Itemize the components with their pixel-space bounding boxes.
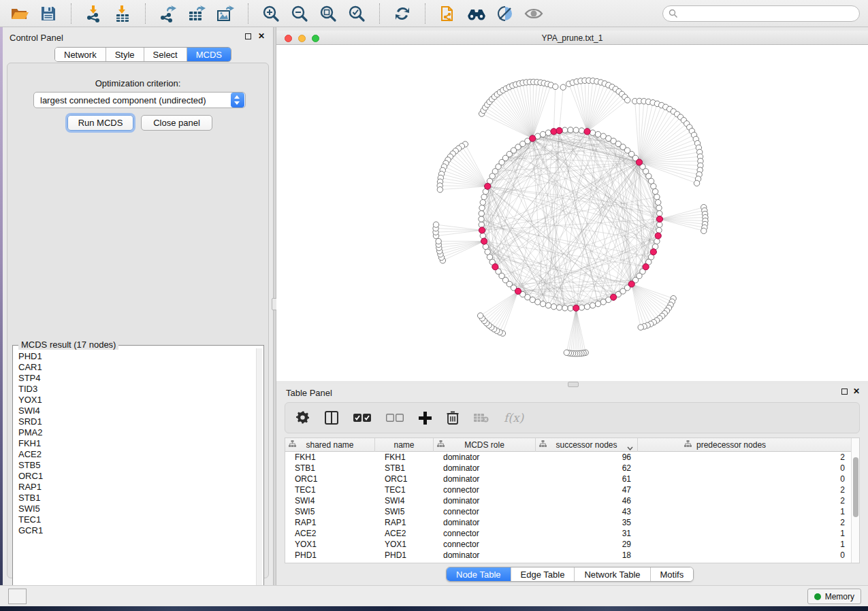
- table-scrollbar[interactable]: [851, 438, 859, 563]
- table-cell[interactable]: STB1: [375, 463, 434, 474]
- table-cell[interactable]: SWI4: [375, 495, 434, 506]
- close-table-panel-icon[interactable]: ✕: [853, 387, 860, 395]
- table-cell[interactable]: TEC1: [375, 484, 434, 495]
- table-cell[interactable]: SWI5: [375, 506, 434, 517]
- delete-column-trash-icon[interactable]: [447, 411, 459, 425]
- run-mcds-button[interactable]: Run MCDS: [67, 115, 133, 131]
- table-cell[interactable]: dominator: [434, 495, 536, 506]
- mcds-result-list[interactable]: PHD1CAR1STP4TID3YOX1SWI4SRD1PMA2FKH1ACE2…: [14, 351, 256, 593]
- table-row[interactable]: SWI5SWI5connector431: [285, 506, 852, 517]
- table-row[interactable]: YOX1YOX1connector291: [285, 539, 852, 550]
- mcds-result-item[interactable]: ACE2: [14, 449, 256, 460]
- export-image-button[interactable]: [211, 2, 240, 25]
- table-cell[interactable]: 2: [638, 452, 852, 463]
- column-header-predecessor-nodes[interactable]: predecessor nodes: [638, 438, 852, 452]
- table-cell[interactable]: dominator: [434, 474, 536, 484]
- table-cell[interactable]: 47: [536, 484, 638, 495]
- table-row[interactable]: TEC1TEC1connector472: [285, 484, 852, 495]
- column-header-mcds-role[interactable]: MCDS role: [434, 438, 536, 452]
- table-cell[interactable]: YOX1: [375, 539, 434, 550]
- table-row[interactable]: FKH1FKH1dominator962: [285, 452, 852, 463]
- table-cell[interactable]: 2: [638, 495, 852, 506]
- tab-motifs[interactable]: Motifs: [651, 567, 694, 581]
- tab-node-table[interactable]: Node Table: [447, 567, 511, 581]
- mcds-result-item[interactable]: FKH1: [14, 438, 256, 449]
- mcds-result-item[interactable]: TID3: [14, 384, 256, 395]
- table-row[interactable]: ACE2ACE2connector311: [285, 528, 852, 539]
- table-settings-gear-icon[interactable]: [296, 411, 310, 425]
- tab-style[interactable]: Style: [106, 48, 144, 61]
- table-cell[interactable]: SWI5: [285, 506, 375, 517]
- table-cell[interactable]: 18: [536, 550, 638, 561]
- network-canvas[interactable]: [276, 45, 868, 381]
- split-table-view-icon[interactable]: [325, 411, 338, 425]
- table-cell[interactable]: 0: [638, 550, 852, 561]
- search-input[interactable]: [662, 5, 860, 22]
- mcds-result-item[interactable]: ORC1: [14, 471, 256, 482]
- mcds-result-item[interactable]: STP4: [14, 373, 256, 384]
- float-table-panel-icon[interactable]: [841, 389, 848, 395]
- table-cell[interactable]: 1: [638, 506, 852, 517]
- import-network-button[interactable]: [80, 2, 108, 25]
- horizontal-splitter-handle[interactable]: [568, 382, 579, 387]
- table-cell[interactable]: ACE2: [285, 528, 375, 539]
- show-columns-icon[interactable]: [353, 413, 371, 423]
- close-panel-icon[interactable]: ✕: [258, 32, 265, 40]
- table-cell[interactable]: connector: [434, 506, 536, 517]
- export-web-button[interactable]: [434, 2, 462, 25]
- mcds-result-item[interactable]: SRD1: [14, 416, 256, 427]
- memory-button[interactable]: Memory: [807, 589, 861, 604]
- table-cell[interactable]: FKH1: [285, 452, 375, 463]
- mcds-list-scrollbar[interactable]: [256, 348, 262, 593]
- export-network-button[interactable]: [154, 2, 182, 25]
- table-scrollbar-thumb[interactable]: [853, 457, 858, 517]
- table-cell[interactable]: SWI4: [285, 495, 375, 506]
- column-header-shared-name[interactable]: shared name: [285, 438, 375, 452]
- table-cell[interactable]: 31: [536, 528, 638, 539]
- table-row[interactable]: PHD1PHD1dominator180: [285, 550, 852, 561]
- import-table-button[interactable]: [108, 2, 137, 25]
- mcds-result-item[interactable]: PHD1: [14, 351, 256, 362]
- mcds-result-item[interactable]: STB5: [14, 460, 256, 471]
- float-panel-icon[interactable]: [245, 33, 251, 39]
- table-row[interactable]: STB1STB1dominator620: [285, 463, 852, 474]
- table-cell[interactable]: 1: [638, 539, 852, 550]
- optimization-criterion-select[interactable]: largest connected component (undirected): [33, 92, 246, 108]
- table-cell[interactable]: 62: [536, 463, 638, 474]
- table-cell[interactable]: 1: [638, 528, 852, 539]
- table-cell[interactable]: 96: [536, 452, 638, 463]
- table-cell[interactable]: ORC1: [375, 474, 434, 484]
- table-cell[interactable]: dominator: [434, 550, 536, 561]
- export-table-button[interactable]: [182, 2, 211, 25]
- create-column-plus-icon[interactable]: [419, 412, 432, 425]
- table-cell[interactable]: TEC1: [285, 484, 375, 495]
- column-header-successor-nodes[interactable]: successor nodes: [536, 438, 638, 452]
- zoom-fit-button[interactable]: [314, 2, 342, 25]
- table-cell[interactable]: 46: [536, 495, 638, 506]
- table-cell[interactable]: 29: [536, 539, 638, 550]
- table-cell[interactable]: ACE2: [375, 528, 434, 539]
- first-neighbors-button[interactable]: [462, 2, 491, 25]
- tab-network-table[interactable]: Network Table: [575, 567, 650, 581]
- tab-network[interactable]: Network: [55, 48, 106, 61]
- developer-log-button[interactable]: [8, 589, 27, 604]
- zoom-out-button[interactable]: [285, 2, 314, 25]
- table-cell[interactable]: 0: [638, 463, 852, 474]
- mcds-result-item[interactable]: YOX1: [14, 395, 256, 406]
- network-graph[interactable]: [276, 45, 868, 381]
- mcds-result-item[interactable]: CAR1: [14, 362, 256, 373]
- node-table-body[interactable]: FKH1FKH1dominator962STB1STB1dominator620…: [285, 452, 852, 563]
- table-cell[interactable]: connector: [434, 539, 536, 550]
- table-cell[interactable]: ORC1: [285, 474, 375, 484]
- hide-columns-icon[interactable]: [386, 413, 404, 423]
- table-row[interactable]: SWI4SWI4dominator462: [285, 495, 852, 506]
- mcds-result-item[interactable]: SWI4: [14, 406, 256, 416]
- apply-layout-button[interactable]: [388, 2, 417, 25]
- table-cell[interactable]: 35: [536, 517, 638, 528]
- column-header-name[interactable]: name: [375, 438, 434, 452]
- table-cell[interactable]: STB1: [285, 463, 375, 474]
- table-cell[interactable]: PHD1: [375, 550, 434, 561]
- table-cell[interactable]: FKH1: [375, 452, 434, 463]
- table-cell[interactable]: 2: [638, 484, 852, 495]
- zoom-in-button[interactable]: [257, 2, 285, 25]
